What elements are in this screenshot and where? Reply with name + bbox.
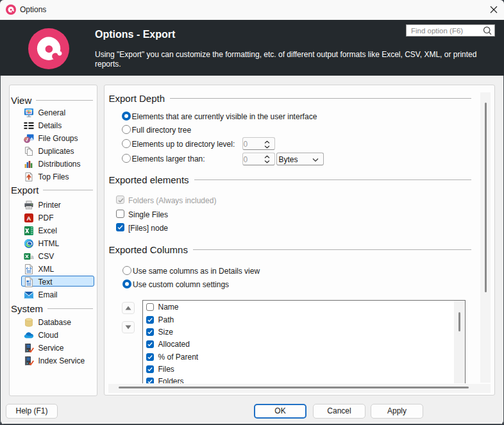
svg-text:A: A [27,214,31,221]
svg-text:a,: a, [31,253,34,260]
